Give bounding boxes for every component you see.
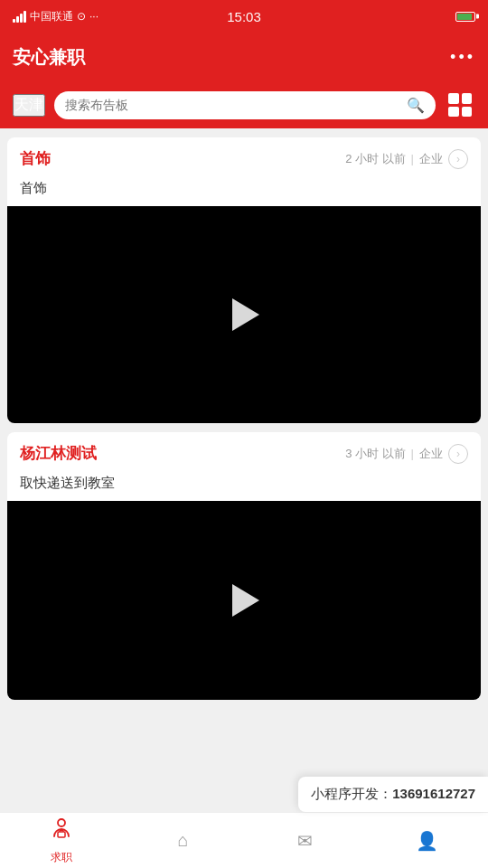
play-button-2[interactable] bbox=[221, 578, 267, 623]
search-input[interactable] bbox=[65, 98, 401, 112]
job-icon bbox=[50, 816, 73, 846]
wifi-icon: ⊙ bbox=[77, 10, 86, 23]
card-arrow-1[interactable]: › bbox=[448, 149, 468, 169]
chevron-right-icon: › bbox=[456, 153, 460, 165]
carrier-label: 中国联通 bbox=[30, 9, 73, 24]
svg-point-0 bbox=[58, 819, 65, 826]
content-area: 首饰 2 小时 以前 | 企业 › 首饰 杨江林测试 3 小时 以前 | 企业 bbox=[0, 128, 488, 765]
battery-fill bbox=[457, 14, 472, 20]
search-icon: 🔍 bbox=[407, 97, 425, 114]
message-icon: ✉ bbox=[297, 830, 313, 852]
status-right bbox=[455, 12, 475, 22]
grid-cell-4 bbox=[462, 107, 473, 118]
nav-item-job[interactable]: 求职 bbox=[0, 816, 122, 865]
play-button-1[interactable] bbox=[221, 292, 267, 337]
nav-item-message[interactable]: ✉ bbox=[244, 830, 366, 852]
play-triangle-icon-1 bbox=[232, 298, 259, 331]
card-title-1: 首饰 bbox=[20, 148, 51, 169]
card-time-2: 3 小时 以前 bbox=[345, 446, 405, 462]
grid-cell-1 bbox=[448, 93, 459, 104]
nav-item-mine[interactable]: 👤 bbox=[366, 830, 488, 852]
bulletin-card-1: 首饰 2 小时 以前 | 企业 › 首饰 bbox=[7, 137, 481, 423]
card-meta-1: 2 小时 以前 | 企业 › bbox=[345, 149, 468, 169]
video-player-1[interactable] bbox=[7, 206, 481, 423]
status-bar: 中国联通 ⊙ ··· 15:03 bbox=[0, 0, 488, 33]
svg-rect-1 bbox=[58, 832, 65, 837]
card-subtitle-1: 首饰 bbox=[7, 176, 481, 206]
dev-prefix: 小程序开发： bbox=[311, 786, 392, 801]
card-type-2: 企业 bbox=[419, 446, 443, 462]
status-time: 15:03 bbox=[227, 9, 261, 24]
dots-icon: ··· bbox=[89, 10, 99, 23]
app-title: 安心兼职 bbox=[13, 45, 85, 70]
card-title-2: 杨江林测试 bbox=[20, 443, 97, 464]
nav-item-home[interactable]: ⌂ bbox=[122, 830, 244, 851]
card-arrow-2[interactable]: › bbox=[448, 444, 468, 464]
card-type-1: 企业 bbox=[419, 151, 443, 167]
card-header-1: 首饰 2 小时 以前 | 企业 › bbox=[7, 137, 481, 176]
grid-cell-3 bbox=[448, 107, 459, 118]
card-meta-2: 3 小时 以前 | 企业 › bbox=[345, 444, 468, 464]
card-time-1: 2 小时 以前 bbox=[345, 151, 405, 167]
card-subtitle-2: 取快递送到教室 bbox=[7, 471, 481, 501]
location-button[interactable]: 天津 bbox=[13, 94, 45, 117]
battery-icon bbox=[455, 12, 475, 22]
home-icon: ⌂ bbox=[177, 830, 188, 851]
grid-menu-button[interactable] bbox=[445, 90, 475, 120]
video-player-2[interactable] bbox=[7, 501, 481, 700]
bulletin-card-2: 杨江林测试 3 小时 以前 | 企业 › 取快递送到教室 bbox=[7, 432, 481, 700]
more-button[interactable]: ••• bbox=[450, 48, 475, 67]
status-left: 中国联通 ⊙ ··· bbox=[13, 9, 99, 24]
play-triangle-icon-2 bbox=[232, 584, 259, 617]
top-bar: 安心兼职 ••• bbox=[0, 33, 488, 81]
dev-phone: 13691612727 bbox=[392, 786, 475, 801]
grid-cell-2 bbox=[462, 93, 473, 104]
bottom-nav: 求职 ⌂ ✉ 👤 bbox=[0, 812, 488, 868]
search-input-wrap: 🔍 bbox=[54, 91, 436, 119]
card-header-2: 杨江林测试 3 小时 以前 | 企业 › bbox=[7, 432, 481, 471]
user-icon: 👤 bbox=[416, 830, 438, 852]
dev-banner: 小程序开发：13691612727 bbox=[298, 777, 488, 812]
signal-icon bbox=[13, 10, 26, 23]
job-label: 求职 bbox=[51, 850, 72, 865]
chevron-right-icon: › bbox=[456, 448, 460, 460]
search-bar: 天津 🔍 bbox=[0, 81, 488, 128]
